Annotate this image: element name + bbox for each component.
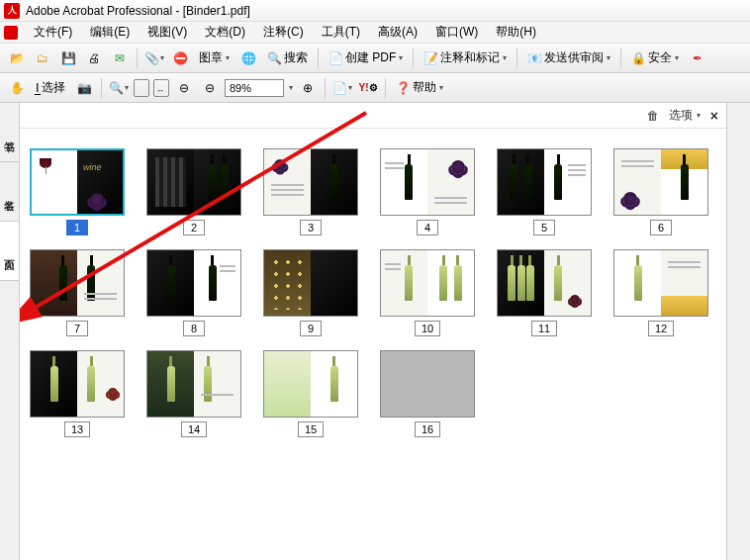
thumbnail-grid: wine 1 2 3 (20, 129, 726, 457)
page-thumb[interactable]: 7 (30, 249, 125, 336)
email-icon[interactable]: ✉ (109, 47, 131, 69)
menu-window[interactable]: 窗口(W) (427, 22, 486, 43)
zoom-out-icon[interactable]: ⊖ (173, 77, 195, 99)
page-thumb[interactable]: 2 (146, 148, 241, 235)
separator (137, 48, 138, 68)
separator (325, 78, 326, 98)
page-label: 12 (648, 321, 674, 336)
document-view-placeholder (726, 103, 750, 560)
pages-panel-header: 🗑 选项 ▾ × (20, 103, 726, 129)
page-label: 5 (533, 220, 555, 235)
page-thumb[interactable]: 9 (263, 249, 358, 336)
send-review-button[interactable]: 📧发送供审阅▾ (523, 49, 614, 66)
page-thumb[interactable]: wine 1 (30, 148, 125, 235)
zoom-plus-icon[interactable]: ⊕ (297, 77, 319, 99)
page-label: 16 (415, 421, 440, 437)
page-label: 3 (300, 220, 322, 235)
menu-view[interactable]: 视图(V) (140, 22, 195, 43)
side-tabs: 书签 签名 页面 (0, 103, 20, 560)
zoom-in-icon[interactable]: 🔍▾ (108, 77, 130, 99)
page-label: 15 (298, 421, 324, 437)
page-label: 1 (66, 220, 88, 235)
organizer-icon[interactable]: 🗂 (32, 47, 53, 69)
page-thumb[interactable]: 10 (380, 249, 475, 336)
acrobat-small-icon (4, 26, 18, 40)
security-button[interactable]: 🔒安全▾ (627, 49, 683, 66)
separator (413, 48, 414, 68)
page-thumb[interactable]: 8 (146, 249, 241, 336)
options-button[interactable]: 选项 ▾ (669, 107, 701, 124)
menu-advanced[interactable]: 高级(A) (370, 22, 425, 43)
hand-tool-icon[interactable]: ✋ (6, 77, 28, 99)
page-thumb[interactable]: 5 (497, 148, 592, 235)
close-panel-button[interactable]: × (710, 108, 718, 124)
page-label: 13 (64, 421, 90, 437)
menu-help[interactable]: 帮助(H) (488, 22, 544, 43)
separator (318, 48, 319, 68)
zoom-dropdown[interactable]: ▾ (289, 83, 293, 92)
separator (516, 48, 517, 68)
page-thumb[interactable]: 14 (146, 350, 241, 437)
fit-page-icon[interactable] (134, 79, 149, 97)
open-icon[interactable]: 📂 (6, 47, 28, 69)
zoom-actual-icon[interactable]: ⊖ (199, 77, 221, 99)
menu-edit[interactable]: 编辑(E) (82, 22, 138, 43)
page-label: 4 (417, 220, 438, 235)
separator (620, 48, 621, 68)
page-thumb[interactable]: 12 (613, 249, 708, 336)
page-label: 10 (415, 321, 440, 336)
toolbar-primary: 📂 🗂 💾 🖨 ✉ 📎▾ ⛔ 图章▾ 🌐 🔍搜索 📄创建 PDF▾ 📝注释和标记… (0, 44, 750, 73)
page-label: 11 (531, 321, 557, 336)
attach-icon[interactable]: 📎▾ (143, 47, 165, 69)
select-tool[interactable]: I̲选择 (32, 79, 69, 96)
page-thumb[interactable]: 4 (380, 148, 475, 235)
export-icon[interactable]: 📄▾ (331, 77, 353, 99)
pages-panel: 🗑 选项 ▾ × wine 1 (20, 103, 726, 560)
print-icon[interactable]: 🖨 (83, 47, 105, 69)
app-title: Adobe Acrobat Professional - [Binder1.pd… (26, 4, 250, 18)
search-button[interactable]: 🔍搜索 (263, 49, 312, 66)
page-label: 9 (300, 321, 322, 336)
page-label: 8 (183, 321, 205, 336)
menubar: 文件(F) 编辑(E) 视图(V) 文档(D) 注释(C) 工具(T) 高级(A… (0, 22, 750, 44)
separator (101, 78, 102, 98)
titlebar: Adobe Acrobat Professional - [Binder1.pd… (0, 0, 750, 22)
page-thumb[interactable]: 16 (380, 350, 475, 437)
menu-comments[interactable]: 注释(C) (255, 22, 312, 43)
page-thumb[interactable]: 11 (497, 249, 592, 336)
page-thumb[interactable]: 3 (263, 148, 358, 235)
page-label: 2 (183, 220, 205, 235)
side-tab-bookmarks[interactable]: 书签 (0, 103, 19, 162)
menu-tools[interactable]: 工具(T) (314, 22, 368, 43)
menu-file[interactable]: 文件(F) (26, 22, 80, 43)
trash-icon[interactable]: 🗑 (647, 109, 659, 123)
menu-document[interactable]: 文档(D) (197, 22, 253, 43)
zoom-input[interactable] (225, 79, 284, 97)
annotate-button[interactable]: 📝注释和标记▾ (420, 49, 511, 66)
page-label: 14 (181, 421, 207, 437)
stop-icon[interactable]: ⛔ (169, 47, 191, 69)
page-thumb[interactable]: 13 (30, 350, 125, 437)
page-thumb[interactable]: 6 (613, 148, 708, 235)
yahoo-icon[interactable]: Y!⚙ (357, 77, 379, 99)
content-area: 书签 签名 页面 🗑 选项 ▾ × wine 1 (0, 103, 750, 560)
sign-icon[interactable]: ✒ (687, 47, 708, 69)
page-thumb[interactable]: 15 (263, 350, 358, 437)
fit-width-icon[interactable]: ↔ (153, 79, 169, 97)
globe-icon[interactable]: 🌐 (237, 47, 259, 69)
page-label: 7 (66, 321, 88, 336)
help-button[interactable]: ❓帮助▾ (392, 79, 447, 96)
stamp-button[interactable]: 图章▾ (195, 49, 234, 66)
separator (385, 78, 386, 98)
save-icon[interactable]: 💾 (57, 47, 79, 69)
side-tab-pages[interactable]: 页面 (0, 222, 19, 281)
page-label: 6 (650, 220, 672, 235)
side-tab-signatures[interactable]: 签名 (0, 162, 19, 222)
create-pdf-button[interactable]: 📄创建 PDF▾ (325, 49, 407, 66)
camera-icon[interactable]: 📷 (73, 77, 95, 99)
acrobat-icon (4, 3, 20, 19)
toolbar-secondary: ✋ I̲选择 📷 🔍▾ ↔ ⊖ ⊖ ▾ ⊕ 📄▾ Y!⚙ ❓帮助▾ (0, 73, 750, 103)
